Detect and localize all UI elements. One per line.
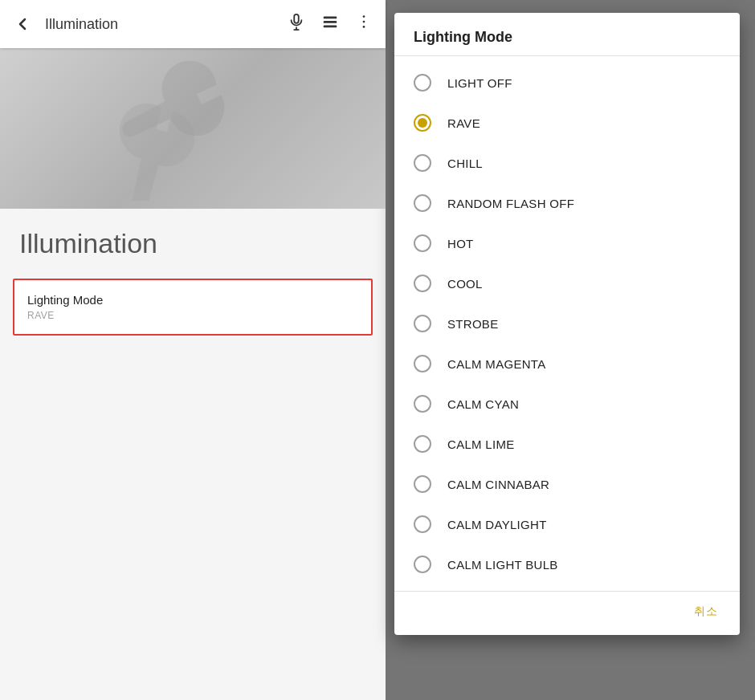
option-rave[interactable]: RAVE [394, 103, 740, 143]
radio-calm-daylight [414, 515, 431, 533]
option-calm-cyan[interactable]: CALM CYAN [394, 384, 740, 424]
radio-chill [414, 154, 431, 172]
radio-calm-magenta [414, 355, 431, 372]
menu-icon[interactable] [321, 13, 339, 35]
svg-point-8 [363, 26, 365, 28]
option-hot[interactable]: HOT [394, 223, 740, 263]
option-label-calm-cyan: CALM CYAN [447, 397, 519, 411]
radio-hot [414, 234, 431, 252]
option-random-flash-off[interactable]: RANDOM FLASH OFF [394, 183, 740, 223]
option-label-cool: COOL [447, 277, 483, 291]
svg-point-6 [363, 15, 365, 18]
option-label-hot: HOT [447, 237, 474, 250]
top-bar-icons [288, 13, 373, 35]
option-calm-light-bulb[interactable]: CALM LIGHT BULB [394, 544, 740, 584]
dialog-title: Lighting Mode [394, 13, 740, 56]
hero-image [0, 48, 386, 209]
option-label-rave: RAVE [447, 116, 480, 130]
option-label-calm-daylight: CALM DAYLIGHT [447, 518, 547, 531]
option-label-calm-magenta: CALM MAGENTA [447, 357, 546, 371]
svg-point-7 [363, 21, 365, 23]
svg-rect-5 [324, 26, 337, 28]
option-cool[interactable]: COOL [394, 263, 740, 303]
dialog-footer: 취소 [394, 591, 740, 635]
radio-cool [414, 275, 431, 292]
option-label-calm-lime: CALM LIME [447, 438, 515, 451]
option-chill[interactable]: CHILL [394, 143, 740, 183]
radio-inner-rave [418, 118, 427, 128]
option-calm-daylight[interactable]: CALM DAYLIGHT [394, 504, 740, 544]
lighting-mode-dialog: Lighting Mode LIGHT OFFRAVECHILLRANDOM F… [394, 13, 740, 635]
radio-calm-light-bulb [414, 556, 431, 573]
option-light-off[interactable]: LIGHT OFF [394, 63, 740, 103]
svg-rect-0 [294, 14, 299, 23]
radio-light-off [414, 74, 431, 92]
top-bar: Illumination [0, 0, 386, 48]
option-calm-magenta[interactable]: CALM MAGENTA [394, 344, 740, 384]
option-label-light-off: LIGHT OFF [447, 76, 512, 90]
right-panel: Lighting Mode LIGHT OFFRAVECHILLRANDOM F… [386, 0, 755, 700]
setting-card-value: RAVE [27, 310, 358, 321]
option-label-calm-light-bulb: CALM LIGHT BULB [447, 558, 558, 572]
radio-strobe [414, 315, 431, 332]
svg-rect-4 [324, 21, 337, 23]
option-label-strobe: STROBE [447, 317, 498, 331]
setting-card-lighting-mode[interactable]: Lighting Mode RAVE [13, 279, 373, 336]
option-calm-cinnabar[interactable]: CALM CINNABAR [394, 464, 740, 504]
radio-calm-lime [414, 435, 431, 453]
radio-calm-cyan [414, 395, 431, 413]
option-strobe[interactable]: STROBE [394, 303, 740, 344]
option-label-calm-cinnabar: CALM CINNABAR [447, 478, 549, 491]
wrench-graphic [0, 48, 386, 209]
setting-card-label: Lighting Mode [27, 293, 358, 307]
dialog-options-list: LIGHT OFFRAVECHILLRANDOM FLASH OFFHOTCOO… [394, 56, 740, 591]
microphone-icon[interactable] [288, 13, 305, 35]
svg-rect-3 [324, 17, 337, 19]
left-panel: Illumination [0, 0, 386, 700]
back-button[interactable] [13, 14, 32, 34]
page-heading: Illumination [0, 209, 386, 266]
more-options-icon[interactable] [355, 13, 373, 35]
radio-calm-cinnabar [414, 475, 431, 493]
option-calm-lime[interactable]: CALM LIME [394, 424, 740, 464]
option-label-random-flash-off: RANDOM FLASH OFF [447, 197, 574, 210]
top-bar-title: Illumination [45, 16, 275, 33]
radio-random-flash-off [414, 194, 431, 212]
cancel-button[interactable]: 취소 [691, 598, 720, 625]
option-label-chill: CHILL [447, 157, 483, 170]
radio-rave [414, 114, 431, 132]
